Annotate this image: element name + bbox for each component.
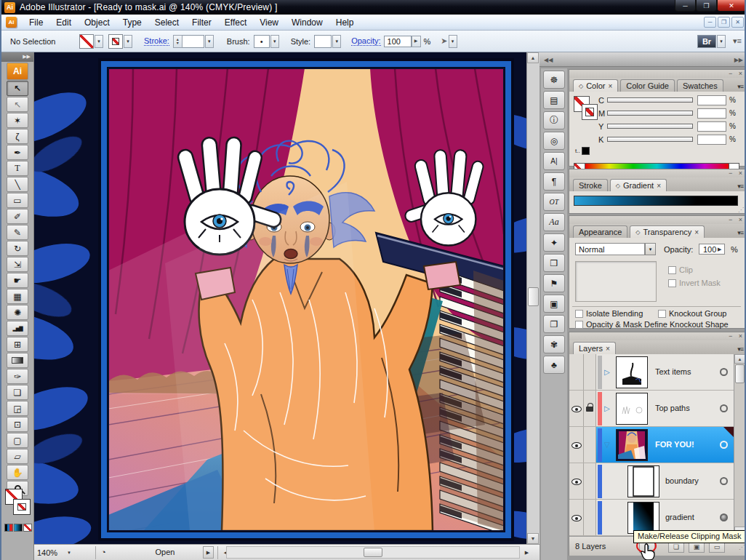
- attributes-panel-icon[interactable]: ◎: [543, 132, 565, 150]
- live-paint-bucket-tool[interactable]: ◲: [7, 401, 28, 416]
- pen-tool[interactable]: ✒: [7, 145, 28, 160]
- minimize-button[interactable]: ─: [675, 0, 696, 12]
- isolate-blending-checkbox[interactable]: Isolate Blending: [575, 309, 643, 318]
- eyedropper-tool[interactable]: ✑: [7, 369, 28, 384]
- tools-collapse-icon[interactable]: ▶▶: [1, 52, 33, 62]
- black-slider[interactable]: [607, 137, 693, 142]
- layer-thumbnail[interactable]: [616, 429, 648, 461]
- gradient-mode-button[interactable]: [14, 524, 23, 532]
- layers-scroll-up-icon[interactable]: ▲: [734, 354, 745, 364]
- info-panel-icon[interactable]: ⓘ: [543, 111, 565, 129]
- cyan-slider[interactable]: [607, 97, 693, 103]
- target-circle[interactable]: [720, 477, 728, 485]
- expand-icon[interactable]: ▷: [604, 368, 610, 376]
- magic-wand-tool[interactable]: ✶: [7, 113, 28, 128]
- control-panel-menu-icon[interactable]: ▾≡: [733, 36, 742, 46]
- tab-cycle-icon[interactable]: ◇: [616, 183, 620, 189]
- target-circle[interactable]: [720, 441, 728, 449]
- stroke-color-dropdown[interactable]: ▾: [95, 35, 103, 48]
- transform-panel-icon[interactable]: ▣: [543, 295, 565, 313]
- blend-tool[interactable]: ❏: [7, 385, 28, 400]
- scroll-up-icon[interactable]: ▲: [527, 52, 539, 63]
- menu-object[interactable]: Object: [78, 16, 116, 29]
- character-panel-icon[interactable]: A|: [543, 152, 565, 170]
- panel-resize-grip[interactable]: ⋰: [738, 207, 744, 213]
- layer-row-top-paths[interactable]: ▷ Top paths: [569, 391, 735, 427]
- vertical-scroll-thumb[interactable]: [528, 287, 539, 306]
- blend-mode-dropdown-icon[interactable]: ▾: [645, 243, 656, 255]
- hand-tool[interactable]: ✋: [7, 465, 28, 480]
- live-paint-selection-tool[interactable]: ⊡: [7, 417, 28, 432]
- zoom-dropdown-icon[interactable]: ▾: [68, 550, 71, 556]
- target-circle[interactable]: [720, 404, 728, 412]
- menu-type[interactable]: Type: [116, 16, 148, 29]
- none-mode-button[interactable]: [23, 524, 32, 532]
- magenta-value-field[interactable]: [697, 108, 726, 119]
- menu-help[interactable]: Help: [329, 16, 361, 29]
- panel-minimize-icon[interactable]: −: [729, 70, 732, 77]
- bridge-button[interactable]: Br: [697, 35, 716, 48]
- menu-edit[interactable]: Edit: [49, 16, 78, 29]
- layer-row-text-items[interactable]: ▷ Text items: [569, 354, 735, 391]
- scroll-right-icon[interactable]: ▶: [521, 546, 532, 559]
- warp-tool[interactable]: ☛: [7, 273, 28, 288]
- target-circle[interactable]: [720, 368, 728, 376]
- horizontal-scroll-thumb[interactable]: [364, 548, 382, 557]
- doc-minimize-button[interactable]: ─: [704, 17, 716, 28]
- stroke-color-swatch[interactable]: [79, 34, 94, 49]
- paintbrush-tool[interactable]: ✐: [7, 209, 28, 224]
- selection-tool[interactable]: ↖: [7, 81, 28, 96]
- tab-gradient[interactable]: ◇ Gradient ×: [610, 179, 667, 191]
- layer-name[interactable]: Top paths: [655, 404, 690, 412]
- tab-cycle-icon[interactable]: ◇: [579, 83, 583, 89]
- tab-color[interactable]: ◇ Color ×: [573, 79, 618, 92]
- clip-checkbox[interactable]: Clip: [668, 265, 693, 274]
- layer-name[interactable]: FOR YOU!: [655, 440, 694, 449]
- lasso-tool[interactable]: ζ: [7, 129, 28, 144]
- mesh-tool[interactable]: ⊞: [7, 337, 28, 352]
- stroke-weight-dropdown[interactable]: ▾: [205, 35, 214, 48]
- lock-toggle[interactable]: [584, 427, 596, 463]
- paragraph-panel-icon[interactable]: ¶: [543, 172, 565, 191]
- graphic-styles-panel-icon[interactable]: ✦: [543, 233, 565, 252]
- scroll-down-icon[interactable]: ▼: [527, 533, 539, 544]
- menu-window[interactable]: Window: [285, 16, 329, 29]
- visibility-toggle[interactable]: [569, 500, 584, 536]
- visibility-toggle[interactable]: [569, 427, 584, 463]
- tab-swatches[interactable]: Swatches: [677, 79, 723, 92]
- eraser-tool[interactable]: ▱: [7, 449, 28, 464]
- last-color-proxy[interactable]: t..: [575, 147, 590, 155]
- opacity-spin-icon[interactable]: ▶: [718, 247, 721, 252]
- layer-name[interactable]: boundary: [665, 476, 699, 485]
- graph-tool[interactable]: ▂▅▇: [7, 321, 28, 336]
- expand-icon[interactable]: ▷: [604, 404, 610, 412]
- opacity-mask-checkbox[interactable]: Opacity & Mask Define Knockout Shape: [575, 320, 729, 329]
- lock-toggle[interactable]: [584, 463, 596, 500]
- tab-transparency[interactable]: ◇ Transparency ×: [630, 225, 705, 238]
- expand-icon[interactable]: ▽: [604, 441, 610, 449]
- pencil-tool[interactable]: ✎: [7, 225, 28, 240]
- align-panel-icon[interactable]: ⚑: [543, 274, 565, 292]
- restore-button[interactable]: ❐: [696, 0, 717, 12]
- menu-filter[interactable]: Filter: [185, 16, 218, 29]
- dock-expand-icon[interactable]: ▶▶: [734, 57, 743, 63]
- black-value-field[interactable]: [697, 135, 726, 145]
- visibility-toggle[interactable]: [569, 391, 584, 427]
- type-tool[interactable]: T: [7, 161, 28, 176]
- panel-close-icon[interactable]: ×: [739, 169, 742, 177]
- panel-menu-icon[interactable]: ▾≡: [737, 183, 743, 190]
- glyphs-panel-icon[interactable]: Aa: [543, 213, 565, 231]
- symbol-sprayer-tool[interactable]: ✺: [7, 305, 28, 320]
- tab-layers[interactable]: Layers ×: [573, 342, 616, 354]
- pathfinder-panel-icon[interactable]: ❒: [543, 254, 565, 272]
- tab-color-guide[interactable]: Color Guide: [620, 79, 675, 92]
- layer-thumbnail[interactable]: [616, 393, 648, 425]
- layer-name[interactable]: Text items: [655, 367, 691, 376]
- title-bar[interactable]: Ai Adobe Illustrator - [Ready to mask.ai…: [1, 0, 746, 15]
- gradient-tool[interactable]: [7, 353, 28, 368]
- stroke-weight-field[interactable]: [183, 35, 204, 48]
- yellow-value-field[interactable]: [697, 121, 726, 132]
- stroke-link[interactable]: Stroke:: [144, 36, 169, 46]
- panel-close-icon[interactable]: ×: [739, 216, 742, 223]
- document-canvas[interactable]: [34, 52, 526, 544]
